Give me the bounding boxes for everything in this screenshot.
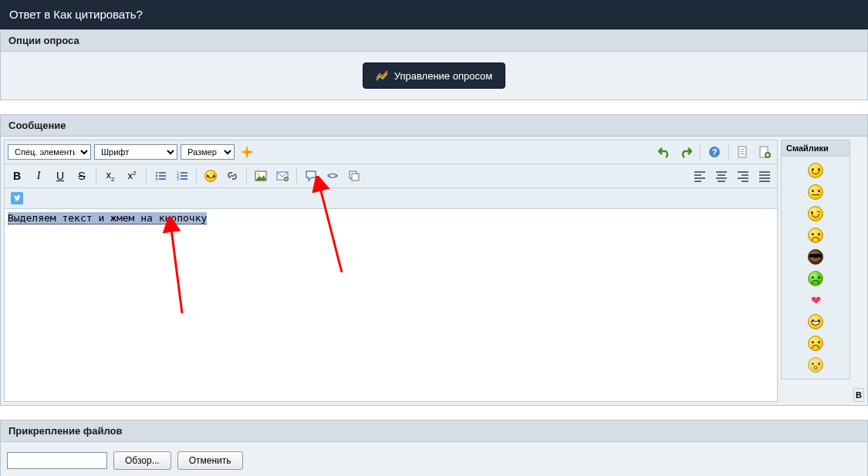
svg-rect-34 xyxy=(738,171,748,173)
align-center-button[interactable] xyxy=(712,167,731,184)
link-icon xyxy=(226,170,238,182)
email-button[interactable] xyxy=(273,167,292,184)
editor-textarea[interactable]: Выделяем текст и жмем на кнопочку xyxy=(4,209,778,402)
align-center-icon xyxy=(715,170,728,182)
svg-rect-17 xyxy=(181,175,187,177)
svg-rect-31 xyxy=(718,174,725,176)
svg-point-21 xyxy=(258,174,260,176)
svg-rect-13 xyxy=(159,178,166,180)
svg-text:?: ? xyxy=(712,147,718,157)
toolbar-row-2: B I U S x2 x2 123 <> xyxy=(4,164,778,188)
emoticon-icon xyxy=(204,170,217,182)
redo-icon xyxy=(680,146,692,158)
svg-rect-9 xyxy=(159,172,166,174)
help-button[interactable]: ? xyxy=(705,143,724,160)
attach-section-header: Прикрепление файлов xyxy=(0,420,868,442)
svg-rect-4 xyxy=(740,151,745,152)
browse-button[interactable]: Обзор... xyxy=(113,451,171,470)
toolbar-row-1: Спец. элементы Шрифт Размер ? xyxy=(4,140,778,164)
svg-rect-37 xyxy=(741,181,748,182)
svg-line-43 xyxy=(171,223,182,313)
svg-rect-19 xyxy=(181,178,187,180)
emoticon-button[interactable] xyxy=(201,167,220,184)
svg-rect-40 xyxy=(759,177,770,179)
smiley-grin[interactable] xyxy=(808,314,823,329)
align-right-button[interactable] xyxy=(734,167,752,184)
svg-point-10 xyxy=(156,175,158,177)
smiley-wink[interactable] xyxy=(808,206,823,221)
svg-rect-25 xyxy=(352,174,359,181)
svg-rect-29 xyxy=(694,181,701,182)
svg-point-12 xyxy=(156,178,158,181)
underline-button[interactable]: U xyxy=(51,167,69,184)
smiley-sad[interactable] xyxy=(808,336,823,351)
image-button[interactable] xyxy=(252,167,270,184)
svg-rect-28 xyxy=(694,177,705,179)
align-justify-icon xyxy=(758,170,771,182)
quote-button[interactable] xyxy=(302,167,320,184)
align-left-button[interactable] xyxy=(691,167,709,184)
wand-icon xyxy=(240,145,254,159)
attach-section-body: Обзор... Отменить xyxy=(0,442,868,476)
smilies-panel: Смайлики ❤ xyxy=(781,140,850,380)
smiley-love[interactable]: ❤ xyxy=(808,292,823,308)
smiley-smile[interactable] xyxy=(808,163,823,178)
code-icon: <> xyxy=(327,170,338,181)
strike-button[interactable]: S xyxy=(73,167,91,184)
toggle-mode-button[interactable] xyxy=(734,143,752,160)
side-letter[interactable]: В xyxy=(853,388,864,402)
strike-icon: S xyxy=(78,170,85,182)
twitter-icon xyxy=(11,192,23,204)
smiley-cool[interactable] xyxy=(808,249,823,265)
svg-rect-27 xyxy=(694,174,701,176)
underline-icon: U xyxy=(56,170,64,182)
align-justify-button[interactable] xyxy=(755,167,774,184)
code-button[interactable]: <> xyxy=(323,167,342,184)
svg-rect-3 xyxy=(740,149,745,150)
size-select[interactable]: Размер xyxy=(181,144,235,160)
italic-icon: I xyxy=(37,170,41,182)
redo-button[interactable] xyxy=(677,143,695,160)
svg-rect-39 xyxy=(759,174,770,176)
olist-button[interactable]: 123 xyxy=(173,167,191,184)
smiley-angry[interactable] xyxy=(808,228,823,243)
undo-icon xyxy=(658,146,670,158)
smiley-neutral[interactable] xyxy=(808,184,823,200)
svg-rect-36 xyxy=(738,177,748,179)
font-select[interactable]: Шрифт xyxy=(94,144,177,160)
remove-format-button[interactable] xyxy=(238,143,256,160)
smiley-sick[interactable] xyxy=(808,271,823,286)
file-path-input[interactable] xyxy=(7,452,107,469)
fullscreen-button[interactable] xyxy=(755,143,774,160)
page-plus-icon xyxy=(758,146,771,158)
svg-rect-5 xyxy=(740,154,745,154)
poll-section-body: Управление опросом xyxy=(0,52,868,100)
undo-button[interactable] xyxy=(655,143,674,160)
copy-button[interactable] xyxy=(345,167,363,184)
svg-text:3: 3 xyxy=(177,177,180,181)
link-button[interactable] xyxy=(223,167,241,184)
twitter-button[interactable] xyxy=(8,190,26,207)
toolbar-row-3 xyxy=(4,188,778,209)
ulist-button[interactable] xyxy=(151,167,170,184)
italic-button[interactable]: I xyxy=(29,167,48,184)
svg-rect-38 xyxy=(759,171,770,173)
svg-point-8 xyxy=(156,172,158,174)
copy-icon xyxy=(348,170,360,182)
smiley-surprised[interactable] xyxy=(808,357,823,373)
superscript-icon: x2 xyxy=(128,170,137,181)
page-title-bar: Ответ в Как цитировать? xyxy=(0,0,868,29)
subscript-button[interactable]: x2 xyxy=(101,167,120,184)
manage-poll-button[interactable]: Управление опросом xyxy=(363,62,505,89)
svg-rect-26 xyxy=(694,171,705,173)
svg-rect-41 xyxy=(759,181,770,182)
superscript-button[interactable]: x2 xyxy=(123,167,141,184)
svg-rect-33 xyxy=(718,181,725,182)
editor-main: Спец. элементы Шрифт Размер ? B I U S xyxy=(4,140,778,402)
cancel-attach-button[interactable]: Отменить xyxy=(177,451,243,470)
specials-select[interactable]: Спец. элементы xyxy=(8,144,91,160)
bold-button[interactable]: B xyxy=(8,167,26,184)
align-right-icon xyxy=(737,170,749,182)
svg-rect-35 xyxy=(741,174,748,176)
editor-text: Выделяем текст и жмем на кнопочку xyxy=(8,212,207,224)
